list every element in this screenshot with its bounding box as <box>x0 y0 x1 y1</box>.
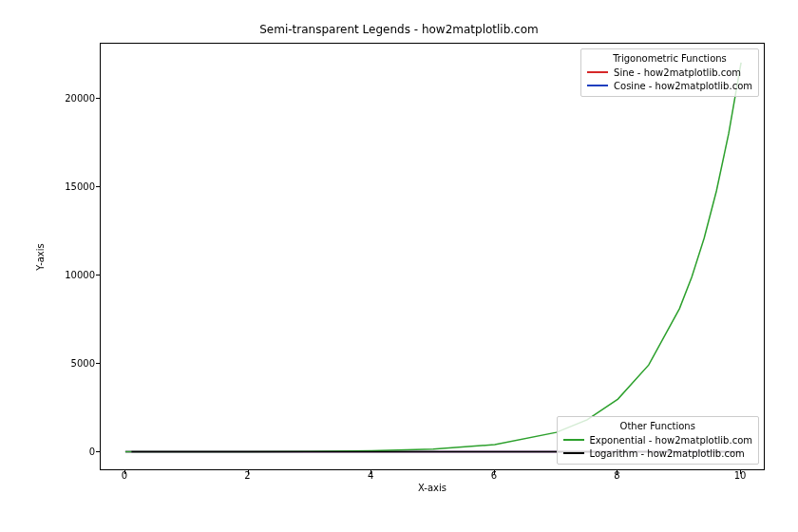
legend-entry: Cosine - how2matplotlib.com <box>587 79 752 92</box>
y-tick-label: 20000 <box>48 92 95 103</box>
y-tick-mark <box>96 186 100 187</box>
x-tick-label: 0 <box>122 470 127 481</box>
y-tick-mark <box>96 98 100 99</box>
legend-swatch <box>563 452 584 454</box>
y-tick-mark <box>96 363 100 364</box>
y-tick-label: 15000 <box>48 180 95 191</box>
x-tick-label: 8 <box>614 470 619 481</box>
y-tick-label: 0 <box>48 446 95 456</box>
legend-entry: Exponential - how2matplotlib.com <box>563 433 753 446</box>
series-layer <box>101 44 766 471</box>
series-line <box>125 63 741 452</box>
y-tick-mark <box>96 275 100 276</box>
legend-swatch <box>563 439 584 441</box>
legend-entry: Logarithm - how2matplotlib.com <box>563 446 753 460</box>
legend-label: Sine - how2matplotlib.com <box>614 67 741 78</box>
y-tick-mark <box>96 451 100 452</box>
y-tick-label: 10000 <box>48 269 95 279</box>
y-axis-label: Y-axis <box>34 43 46 470</box>
x-tick-label: 2 <box>244 470 250 481</box>
legend-label: Cosine - how2matplotlib.com <box>614 81 752 91</box>
legend-label: Logarithm - how2matplotlib.com <box>590 448 745 459</box>
legend-title: Trigonometric Functions <box>587 53 752 64</box>
legend-swatch <box>587 71 608 73</box>
chart-title: Semi-transparent Legends - how2matplotli… <box>0 23 798 36</box>
x-tick-label: 4 <box>368 470 373 481</box>
figure: Semi-transparent Legends - how2matplotli… <box>0 0 798 532</box>
legend-label: Exponential - how2matplotlib.com <box>590 435 753 446</box>
x-axis-label: X-axis <box>100 483 765 493</box>
legend-other: Other Functions Exponential - how2matplo… <box>557 416 760 465</box>
x-tick-label: 10 <box>734 470 747 481</box>
y-tick-label: 5000 <box>48 357 95 368</box>
legend-trig: Trigonometric Functions Sine - how2matpl… <box>580 48 759 97</box>
plot-area: Trigonometric Functions Sine - how2matpl… <box>100 43 765 470</box>
legend-swatch <box>587 85 608 86</box>
legend-title: Other Functions <box>563 421 753 431</box>
x-tick-label: 6 <box>491 470 497 481</box>
legend-entry: Sine - how2matplotlib.com <box>587 66 752 79</box>
